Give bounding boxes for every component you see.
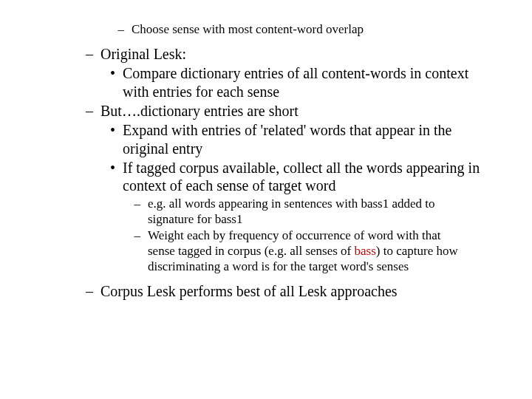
- text-weight-freq: Weight each by frequency of occurrence o…: [148, 228, 495, 274]
- bullet-original-lesk: – Original Lesk:: [37, 45, 495, 63]
- dot-icon: •: [37, 159, 123, 177]
- bullet-compare-dict: • Compare dictionary entries of all cont…: [37, 64, 495, 100]
- text-compare-dict: Compare dictionary entries of all conten…: [123, 64, 495, 100]
- text-top: Choose sense with most content-word over…: [132, 22, 495, 38]
- dot-icon: •: [37, 121, 123, 139]
- dot-icon: •: [37, 64, 123, 82]
- dash-icon: –: [37, 45, 100, 63]
- slide-body: – Choose sense with most content-word ov…: [0, 0, 532, 316]
- text-expand-related: Expand with entries of 'related' words t…: [123, 121, 495, 157]
- text-but-short: But….dictionary entries are short: [100, 102, 495, 120]
- dash-icon: –: [37, 102, 100, 120]
- text-eg-bass1: e.g. all words appearing in sentences wi…: [148, 197, 495, 227]
- text-tagged-corpus: If tagged corpus available, collect all …: [123, 159, 495, 195]
- bullet-weight-freq: – Weight each by frequency of occurrence…: [37, 228, 495, 274]
- bullet-tagged-corpus: • If tagged corpus available, collect al…: [37, 159, 495, 195]
- bullet-corpus-lesk: – Corpus Lesk performs best of all Lesk …: [37, 282, 495, 300]
- weight-red-word: bass: [354, 244, 375, 258]
- bullet-but-short: – But….dictionary entries are short: [37, 102, 495, 120]
- dash-icon: –: [37, 22, 132, 38]
- dash-icon: –: [37, 197, 148, 212]
- text-corpus-lesk: Corpus Lesk performs best of all Lesk ap…: [100, 282, 495, 300]
- bullet-top: – Choose sense with most content-word ov…: [37, 22, 495, 38]
- dash-icon: –: [37, 282, 100, 300]
- bullet-expand-related: • Expand with entries of 'related' words…: [37, 121, 495, 157]
- dash-icon: –: [37, 228, 148, 244]
- bullet-eg-bass1: – e.g. all words appearing in sentences …: [37, 197, 495, 227]
- text-original-lesk: Original Lesk:: [100, 45, 495, 63]
